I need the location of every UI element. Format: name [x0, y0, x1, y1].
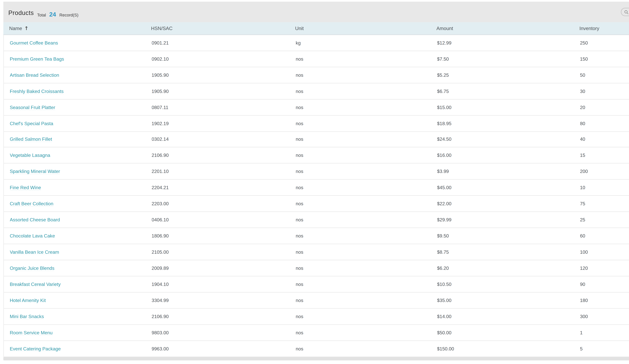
product-name-cell: Sparkling Mineral Water — [10, 169, 152, 174]
amount-cell: $35.00 — [437, 297, 580, 303]
column-header-unit[interactable]: Unit — [295, 26, 436, 31]
hsn-sac-cell: 1904.10 — [152, 281, 296, 287]
inventory-cell: 50 — [580, 72, 629, 78]
product-name-link[interactable]: Grilled Salmon Fillet — [10, 137, 52, 142]
hsn-sac-cell: 2106.90 — [152, 153, 296, 158]
product-name-link[interactable]: Craft Beer Collection — [10, 201, 53, 206]
table-row: Event Catering Package 9963.00 nos $150.… — [4, 341, 629, 357]
product-name-cell: Vegetable Lasagna — [10, 153, 152, 158]
inventory-cell: 10 — [580, 185, 629, 190]
table-row: Craft Beer Collection 2203.00 nos $22.00… — [4, 196, 629, 212]
table-header: Name↑ HSN/SAC Unit Amount Inventory Acti… — [3, 22, 629, 35]
inventory-cell: 100 — [580, 249, 629, 255]
table-row: Room Service Menu 9803.00 nos $50.00 1 — [4, 325, 629, 341]
hsn-sac-cell: 0902.10 — [152, 56, 296, 62]
hsn-sac-cell: 1905.90 — [152, 72, 296, 78]
product-name-link[interactable]: Gourmet Coffee Beans — [10, 40, 58, 46]
product-name-link[interactable]: Vanilla Bean Ice Cream — [10, 249, 59, 255]
product-name-cell: Premium Green Tea Bags — [10, 56, 152, 62]
product-name-link[interactable]: Mini Bar Snacks — [10, 314, 44, 319]
product-name-link[interactable]: Artisan Bread Selection — [10, 72, 59, 78]
table-row: Vanilla Bean Ice Cream 2105.00 nos $8.75… — [4, 244, 629, 260]
product-name-link[interactable]: Sparkling Mineral Water — [10, 169, 60, 174]
table-row: Hotel Amenity Kit 3304.99 nos $35.00 180 — [4, 293, 629, 309]
inventory-cell: 180 — [580, 297, 629, 303]
unit-cell: nos — [296, 169, 437, 174]
column-header-name[interactable]: Name↑ — [9, 26, 151, 31]
product-name-cell: Fine Red Wine — [10, 185, 152, 190]
column-header-amount[interactable]: Amount — [436, 26, 579, 31]
inventory-cell: 120 — [580, 265, 629, 271]
inventory-cell: 300 — [580, 314, 629, 319]
amount-cell: $50.00 — [437, 330, 580, 335]
product-name-link[interactable]: Chocolate Lava Cake — [10, 233, 55, 239]
products-panel: Products Total 24 Record(S) — [3, 2, 629, 361]
hsn-sac-cell: 1905.90 — [152, 88, 296, 94]
unit-cell: nos — [296, 56, 437, 62]
unit-cell: nos — [296, 185, 437, 190]
table-row: Fine Red Wine 2204.21 nos $45.00 10 — [4, 180, 629, 196]
hsn-sac-cell: 2009.89 — [152, 265, 296, 271]
column-header-inventory[interactable]: Inventory — [579, 26, 629, 31]
hsn-sac-cell: 0406.10 — [152, 217, 296, 223]
product-name-link[interactable]: Freshly Baked Croissants — [10, 88, 64, 94]
table-row: Chocolate Lava Cake 1806.90 nos $9.50 60 — [4, 228, 629, 244]
inventory-cell: 5 — [580, 346, 629, 351]
amount-cell: $18.95 — [437, 121, 580, 126]
unit-cell: nos — [296, 297, 437, 303]
product-name-link[interactable]: Room Service Menu — [10, 330, 53, 335]
unit-cell: nos — [296, 233, 437, 239]
records-summary: Total 24 Record(S) — [37, 8, 78, 19]
product-name-cell: Chef's Special Pasta — [10, 121, 152, 126]
sort-ascending-icon[interactable]: ↑ — [24, 26, 28, 31]
product-name-link[interactable]: Hotel Amenity Kit — [10, 297, 46, 303]
inventory-cell: 40 — [580, 137, 629, 142]
product-name-link[interactable]: Organic Juice Blends — [10, 265, 54, 271]
search-box[interactable] — [621, 8, 629, 16]
table-row: Assorted Cheese Board 0406.10 nos $29.99… — [4, 212, 629, 228]
product-name-link[interactable]: Breakfast Cereal Variety — [10, 281, 61, 287]
inventory-cell: 25 — [580, 217, 629, 223]
records-label: Record(S) — [59, 12, 78, 17]
inventory-cell: 200 — [580, 169, 629, 174]
amount-cell: $9.50 — [437, 233, 580, 239]
product-name-link[interactable]: Vegetable Lasagna — [10, 153, 50, 158]
amount-cell: $150.00 — [437, 346, 580, 351]
search-icon — [624, 10, 629, 14]
horizontal-scrollbar[interactable] — [3, 357, 629, 361]
column-header-hsn-sac[interactable]: HSN/SAC — [151, 26, 295, 31]
product-name-link[interactable]: Event Catering Package — [10, 346, 61, 351]
hsn-sac-cell: 2106.90 — [152, 314, 296, 319]
unit-cell: nos — [296, 104, 437, 110]
amount-cell: $29.99 — [437, 217, 580, 223]
inventory-cell: 150 — [580, 56, 629, 62]
table-row: Breakfast Cereal Variety 1904.10 nos $10… — [4, 276, 629, 293]
products-page: Products Total 24 Record(S) — [0, 0, 629, 364]
table-row: Freshly Baked Croissants 1905.90 nos $6.… — [4, 83, 629, 99]
column-header-name-label: Name — [9, 26, 22, 31]
product-name-link[interactable]: Assorted Cheese Board — [10, 217, 60, 223]
unit-cell: nos — [296, 137, 437, 142]
product-name-link[interactable]: Fine Red Wine — [10, 185, 41, 190]
table-row: Gourmet Coffee Beans 0901.21 kg $12.99 2… — [4, 35, 629, 51]
table-row: Organic Juice Blends 2009.89 nos $6.20 1… — [4, 260, 629, 276]
table-row: Chef's Special Pasta 1902.19 nos $18.95 … — [4, 116, 629, 131]
inventory-cell: 250 — [580, 40, 629, 46]
table-row: Vegetable Lasagna 2106.90 nos $16.00 15 — [4, 148, 629, 164]
product-name-cell: Event Catering Package — [10, 346, 152, 351]
product-name-link[interactable]: Chef's Special Pasta — [10, 121, 53, 126]
unit-cell: nos — [296, 330, 437, 335]
product-name-link[interactable]: Premium Green Tea Bags — [10, 56, 64, 62]
amount-cell: $6.75 — [437, 88, 580, 94]
table-row: Sparkling Mineral Water 2201.10 nos $3.9… — [4, 164, 629, 180]
unit-cell: nos — [296, 249, 437, 255]
product-name-cell: Mini Bar Snacks — [10, 314, 152, 319]
amount-cell: $12.99 — [437, 40, 580, 46]
amount-cell: $24.50 — [437, 137, 580, 142]
unit-cell: nos — [296, 88, 437, 94]
unit-cell: nos — [296, 314, 437, 319]
product-name-link[interactable]: Seasonal Fruit Platter — [10, 104, 55, 110]
unit-cell: nos — [296, 153, 437, 158]
hsn-sac-cell: 1806.90 — [152, 233, 296, 239]
product-name-cell: Chocolate Lava Cake — [10, 233, 152, 239]
